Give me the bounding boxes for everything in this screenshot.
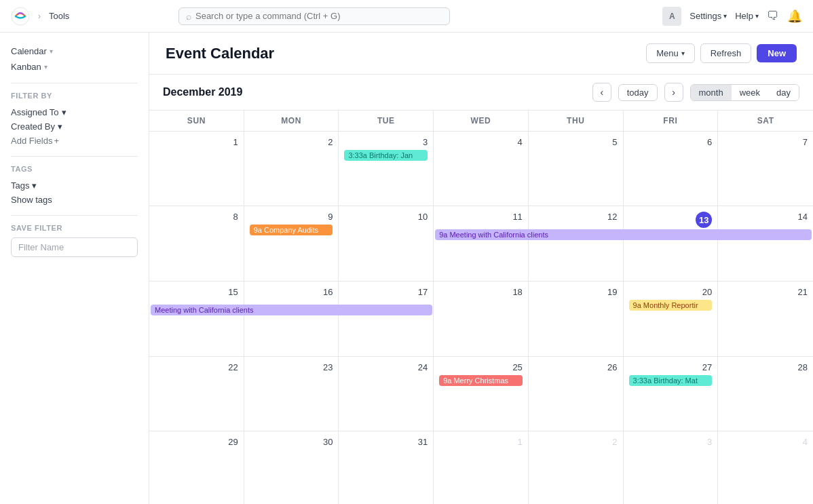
- day-cell-sun-22[interactable]: 22: [149, 357, 244, 431]
- tags-filter[interactable]: Tags ▾: [11, 178, 138, 193]
- date-number: 3: [629, 437, 713, 447]
- new-button[interactable]: New: [757, 44, 797, 62]
- save-filter-label: SAVE FILTER: [11, 224, 138, 232]
- add-fields-button[interactable]: Add Fields +: [11, 134, 138, 148]
- day-cell-sat-7[interactable]: 7: [718, 132, 813, 206]
- svg-point-0: [12, 7, 29, 25]
- sidebar-divider-2: [11, 156, 138, 157]
- filter-name-input[interactable]: [11, 237, 138, 257]
- prev-month-button[interactable]: ‹: [592, 83, 611, 102]
- day-cell-thu-5[interactable]: 5: [529, 132, 624, 206]
- page-body: Calendar ▾ Kanban ▾ FILTER BY Assigned T…: [0, 33, 813, 504]
- sidebar-divider-1: [11, 83, 138, 83]
- day-header-sat: SAT: [718, 111, 813, 131]
- today-button[interactable]: today: [618, 84, 658, 101]
- day-cell-tue-3[interactable]: 3 3:33a Birthday: Jan: [339, 132, 434, 206]
- day-cell-mon-16[interactable]: 16: [244, 282, 339, 356]
- date-number: 24: [344, 362, 428, 372]
- menu-button[interactable]: Menu ▾: [646, 43, 695, 63]
- day-cell-thu-19[interactable]: 19: [529, 282, 624, 356]
- day-cell-tue-17[interactable]: 17: [339, 282, 434, 356]
- date-number: 12: [534, 212, 618, 222]
- month-view-button[interactable]: month: [691, 85, 732, 100]
- calendar-week-3-wrapper: 15 16 17 18 19: [149, 282, 813, 357]
- day-cell-wed-25[interactable]: 25 9a Merry Christmas: [434, 357, 529, 431]
- day-cell-sat-21[interactable]: 21: [718, 282, 813, 356]
- date-number: 15: [155, 287, 238, 297]
- event-birthday-mat[interactable]: 3:33a Birthday: Mat: [629, 375, 713, 386]
- day-cell-wed-11[interactable]: 11: [434, 206, 529, 281]
- search-bar[interactable]: ⌕: [178, 7, 450, 25]
- day-cell-fri-6[interactable]: 6: [624, 132, 719, 206]
- date-number: 2: [250, 137, 333, 147]
- day-cell-tue-31[interactable]: 31: [339, 431, 434, 504]
- day-cell-tue-24[interactable]: 24: [339, 357, 434, 431]
- date-number: 7: [723, 137, 808, 147]
- day-cell-sun-1[interactable]: 1: [149, 132, 244, 206]
- day-cell-sun-15[interactable]: 15: [149, 282, 244, 356]
- date-number: 9: [250, 212, 333, 222]
- day-cell-fri-20[interactable]: 20 9a Monthly Reportir: [624, 282, 719, 356]
- day-cell-sat-4-next[interactable]: 4: [718, 431, 813, 504]
- span-event-california-week3[interactable]: Meeting with California clients: [149, 305, 434, 315]
- day-cell-tue-10[interactable]: 10: [339, 206, 434, 281]
- date-number: 20: [629, 287, 713, 297]
- span-event-california-week2[interactable]: 9a Meeting with California clients: [434, 229, 813, 240]
- avatar[interactable]: A: [662, 7, 681, 26]
- day-cell-fri-13[interactable]: 13: [624, 206, 719, 281]
- event-monthly-report[interactable]: 9a Monthly Reportir: [629, 300, 713, 311]
- view-selector: month week day: [690, 84, 799, 101]
- day-cell-sat-14[interactable]: 14: [718, 206, 813, 281]
- day-cell-thu-26[interactable]: 26: [529, 357, 624, 431]
- show-tags-button[interactable]: Show tags: [11, 193, 138, 207]
- day-cell-sun-8[interactable]: 8: [149, 206, 244, 281]
- page-title: Event Calendar: [166, 45, 646, 62]
- sidebar-calendar[interactable]: Calendar ▾: [11, 43, 138, 59]
- event-birthday-jan[interactable]: 3:33a Birthday: Jan: [344, 150, 428, 161]
- app-logo[interactable]: [11, 7, 30, 26]
- day-view-button[interactable]: day: [768, 85, 799, 100]
- tools-label[interactable]: Tools: [49, 11, 69, 21]
- event-company-audits[interactable]: 9a Company Audits: [250, 225, 333, 235]
- day-cell-sat-28[interactable]: 28: [718, 357, 813, 431]
- day-cell-fri-27[interactable]: 27 3:33a Birthday: Mat: [624, 357, 719, 431]
- event-merry-christmas[interactable]: 9a Merry Christmas: [439, 375, 523, 386]
- date-number: 18: [439, 287, 523, 297]
- day-cell-fri-3-next[interactable]: 3: [624, 431, 719, 504]
- settings-button[interactable]: Settings ▾: [689, 11, 727, 21]
- search-input[interactable]: [195, 11, 442, 21]
- date-number: 3: [344, 137, 428, 147]
- calendar-month-year: December 2019: [163, 86, 586, 98]
- week-view-button[interactable]: week: [732, 85, 768, 100]
- day-cell-sun-29[interactable]: 29: [149, 431, 244, 504]
- day-cell-mon-30[interactable]: 30: [244, 431, 339, 504]
- calendar-week-5: 29 30 31 1 2 3: [149, 431, 813, 504]
- day-cell-thu-12[interactable]: 12: [529, 206, 624, 281]
- assigned-to-filter[interactable]: Assigned To ▾: [11, 105, 138, 119]
- chat-icon[interactable]: 🗨: [767, 9, 779, 23]
- date-number: 26: [534, 362, 618, 372]
- help-button[interactable]: Help ▾: [735, 11, 759, 21]
- created-by-filter[interactable]: Created By ▾: [11, 119, 138, 134]
- day-header-mon: MON: [244, 111, 339, 131]
- header-actions: Menu ▾ Refresh New: [646, 43, 797, 63]
- date-number: 1: [155, 137, 238, 147]
- calendar-grid: SUN MON TUE WED THU FRI SAT 1 2: [149, 111, 813, 504]
- sidebar-kanban[interactable]: Kanban ▾: [11, 59, 138, 75]
- day-cell-thu-2-next[interactable]: 2: [529, 431, 624, 504]
- calendar-header-row: SUN MON TUE WED THU FRI SAT: [149, 111, 813, 132]
- day-cell-wed-1-next[interactable]: 1: [434, 431, 529, 504]
- day-cell-wed-18[interactable]: 18: [434, 282, 529, 356]
- top-nav: › Tools ⌕ A Settings ▾ Help ▾ 🗨 🔔: [0, 0, 813, 33]
- day-cell-mon-2[interactable]: 2: [244, 132, 339, 206]
- refresh-button[interactable]: Refresh: [700, 43, 752, 63]
- date-number: 4: [439, 137, 523, 147]
- bell-icon[interactable]: 🔔: [787, 9, 802, 24]
- day-cell-mon-9[interactable]: 9 9a Company Audits: [244, 206, 339, 281]
- date-number: 1: [439, 437, 523, 447]
- next-month-button[interactable]: ›: [664, 83, 683, 102]
- calendar-week-4: 22 23 24 25 9a Merry Christmas 26: [149, 357, 813, 431]
- tags-section-label: TAGS: [11, 165, 138, 173]
- day-cell-mon-23[interactable]: 23: [244, 357, 339, 431]
- day-cell-wed-4[interactable]: 4: [434, 132, 529, 206]
